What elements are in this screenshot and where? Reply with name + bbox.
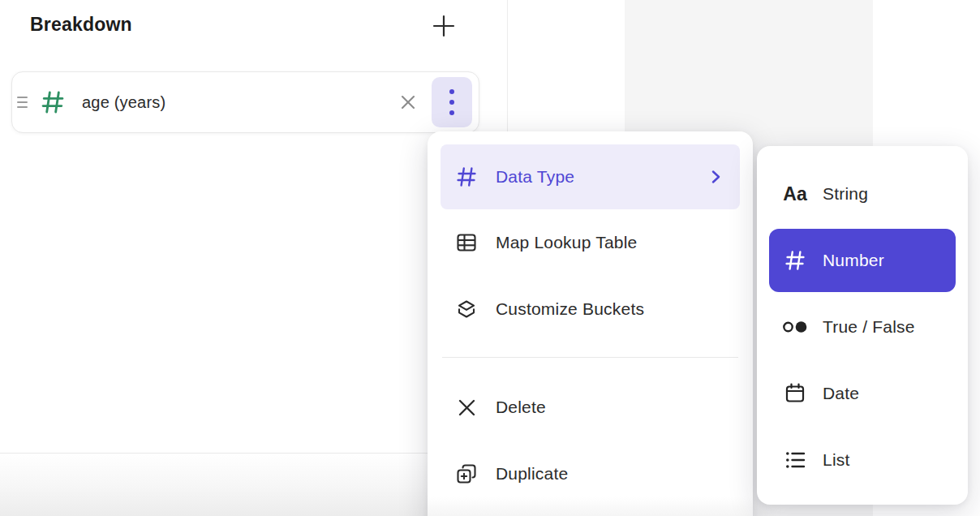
menu-item-label: Duplicate bbox=[496, 464, 568, 484]
close-icon bbox=[398, 92, 419, 113]
menu-item-delete[interactable]: Delete bbox=[441, 374, 740, 441]
list-icon bbox=[782, 449, 808, 471]
menu-item-data-type[interactable]: Data Type bbox=[441, 144, 740, 209]
menu-item-label: Data Type bbox=[496, 167, 574, 187]
menu-item-customize-buckets[interactable]: Customize Buckets bbox=[441, 276, 740, 342]
plus-icon bbox=[432, 14, 456, 38]
add-breakdown-button[interactable] bbox=[429, 11, 458, 41]
submenu-item-label: List bbox=[823, 450, 849, 470]
field-context-menu: Data Type Map Lookup Table Customize Buc… bbox=[428, 131, 753, 516]
hash-icon bbox=[782, 249, 808, 272]
kebab-menu-icon bbox=[449, 89, 454, 94]
page-title: Breakdown bbox=[30, 14, 132, 36]
menu-item-label: Map Lookup Table bbox=[496, 233, 637, 252]
calendar-icon bbox=[782, 382, 808, 405]
remove-field-button[interactable] bbox=[394, 88, 422, 116]
hash-icon bbox=[40, 89, 66, 115]
layers-icon bbox=[455, 298, 478, 320]
submenu-item-label: String bbox=[823, 184, 868, 204]
x-icon bbox=[455, 397, 478, 419]
data-type-submenu: Aa String Number True / False bbox=[757, 146, 968, 505]
drag-handle-icon[interactable] bbox=[17, 97, 30, 108]
menu-divider bbox=[442, 357, 738, 358]
menu-item-label: Delete bbox=[496, 398, 546, 417]
submenu-item-list[interactable]: List bbox=[769, 428, 956, 492]
menu-item-map-lookup-table[interactable]: Map Lookup Table bbox=[441, 209, 740, 276]
hash-icon bbox=[455, 166, 478, 188]
breakdown-field-card[interactable]: age (years) bbox=[11, 71, 479, 133]
submenu-item-true-false[interactable]: True / False bbox=[769, 295, 956, 359]
text-case-icon: Aa bbox=[782, 183, 808, 205]
field-label: age (years) bbox=[82, 93, 165, 112]
menu-item-label: Customize Buckets bbox=[496, 299, 644, 319]
boolean-icon bbox=[782, 320, 808, 334]
chevron-right-icon bbox=[706, 167, 725, 187]
table-icon bbox=[455, 231, 478, 254]
menu-item-duplicate[interactable]: Duplicate bbox=[441, 441, 740, 507]
submenu-item-string[interactable]: Aa String bbox=[769, 162, 956, 226]
submenu-item-date[interactable]: Date bbox=[769, 362, 956, 425]
submenu-item-number[interactable]: Number bbox=[769, 229, 956, 292]
copy-plus-icon bbox=[455, 462, 478, 485]
submenu-item-label: Date bbox=[823, 384, 859, 403]
field-more-button[interactable] bbox=[432, 77, 472, 127]
submenu-item-label: Number bbox=[823, 251, 884, 270]
submenu-item-label: True / False bbox=[823, 317, 915, 337]
